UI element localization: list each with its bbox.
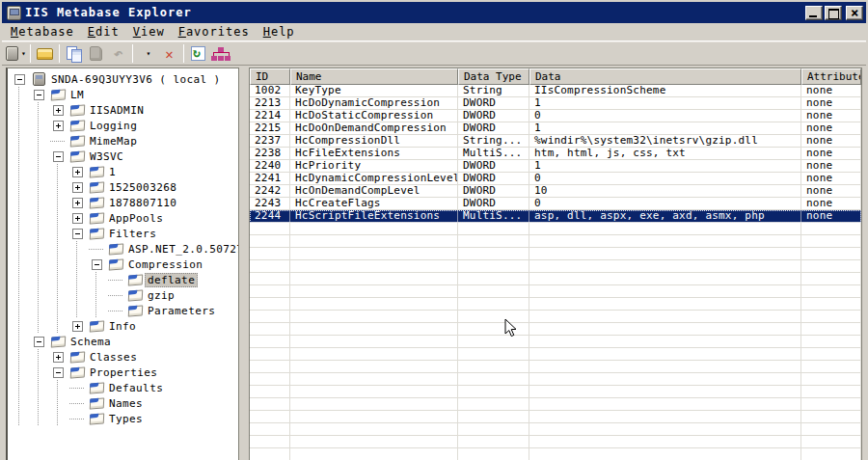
expand-icon[interactable] bbox=[48, 118, 68, 133]
column-header-data-type[interactable]: Data Type bbox=[458, 68, 529, 85]
column-header-data[interactable]: Data bbox=[529, 68, 801, 85]
table-row[interactable]: 2244HcScriptFileExtensionsMultiS...asp, … bbox=[250, 210, 861, 223]
tree-item-label[interactable]: Info bbox=[106, 319, 139, 334]
tree-item[interactable]: Filters bbox=[8, 226, 238, 241]
expander-box[interactable] bbox=[72, 321, 83, 332]
table-row[interactable] bbox=[250, 448, 861, 460]
tree-item[interactable]: LM bbox=[8, 87, 238, 102]
tree-item[interactable]: Parameters bbox=[8, 303, 238, 318]
table-row[interactable] bbox=[250, 323, 861, 336]
column-header-id[interactable]: ID bbox=[250, 68, 290, 85]
menu-item-help[interactable]: Help bbox=[257, 24, 302, 40]
expander-box[interactable] bbox=[53, 105, 64, 116]
tree-item[interactable]: IISADMIN bbox=[8, 102, 238, 118]
tree-item-label[interactable]: Defaults bbox=[106, 381, 166, 395]
tree-item-label[interactable]: LM bbox=[68, 88, 87, 102]
table-row[interactable]: 1002KeyTypeStringIIsCompressionSchemenon… bbox=[250, 85, 861, 97]
table-row[interactable] bbox=[250, 273, 861, 285]
expand-icon[interactable] bbox=[68, 210, 87, 226]
tree-item[interactable]: Classes bbox=[8, 349, 238, 365]
delete-button[interactable] bbox=[158, 43, 180, 65]
menu-item-edit[interactable]: Edit bbox=[81, 24, 126, 40]
table-row[interactable]: 2241HcDynamicCompressionLevelDWORD0none bbox=[250, 173, 861, 185]
collapse-icon[interactable] bbox=[87, 257, 106, 272]
tree-item[interactable]: 1525003268 bbox=[8, 179, 238, 195]
expand-icon[interactable] bbox=[48, 349, 68, 365]
tree-item[interactable]: Types bbox=[8, 411, 238, 426]
expander-box[interactable] bbox=[14, 74, 25, 85]
menu-item-view[interactable]: View bbox=[126, 24, 172, 40]
menu-item-favorites[interactable]: Favorites bbox=[172, 24, 257, 40]
tree-item-label[interactable]: Properties bbox=[87, 365, 160, 380]
tree-item-label[interactable]: Logging bbox=[87, 119, 140, 133]
table-row[interactable] bbox=[250, 373, 861, 386]
tree-item-label[interactable]: SNDA-69Q3UYY3V6 ( local ) bbox=[48, 72, 224, 87]
tree-item[interactable]: W3SVC bbox=[8, 149, 238, 164]
panel-splitter[interactable] bbox=[239, 68, 249, 460]
table-row[interactable] bbox=[250, 298, 861, 311]
table-row[interactable]: 2238HcFileExtensionsMultiS...htm, html, … bbox=[250, 148, 861, 160]
tree-item-label[interactable]: gzip bbox=[145, 288, 177, 303]
tree-item[interactable]: gzip bbox=[8, 287, 238, 303]
expander-box[interactable] bbox=[72, 213, 83, 224]
table-row[interactable] bbox=[250, 248, 861, 260]
hierarchy-button[interactable] bbox=[209, 43, 231, 65]
close-button[interactable] bbox=[846, 6, 863, 20]
open-button[interactable] bbox=[34, 43, 56, 65]
table-row[interactable]: 2237HcCompressionDllString...%windir%\sy… bbox=[250, 135, 861, 148]
table-row[interactable]: 2214HcDoStaticCompressionDWORD0none bbox=[250, 110, 861, 122]
collapse-icon[interactable] bbox=[48, 365, 68, 380]
expand-icon[interactable] bbox=[68, 179, 87, 195]
tree-item-label[interactable]: 1 bbox=[106, 165, 119, 179]
expander-box[interactable] bbox=[53, 121, 64, 131]
tree-item[interactable]: Names bbox=[8, 395, 238, 411]
table-row[interactable] bbox=[250, 336, 861, 348]
expander-box[interactable] bbox=[53, 367, 64, 378]
collapse-icon[interactable] bbox=[29, 87, 48, 102]
table-row[interactable] bbox=[250, 423, 861, 436]
column-header-attributes[interactable]: Attributes bbox=[801, 68, 861, 85]
tree-item-label[interactable]: Classes bbox=[87, 350, 140, 365]
collapse-icon[interactable] bbox=[48, 149, 68, 164]
tree-item[interactable]: Info bbox=[8, 318, 238, 334]
tree-item[interactable]: SNDA-69Q3UYY3V6 ( local ) bbox=[8, 71, 238, 87]
minimize-button[interactable] bbox=[805, 6, 823, 20]
expander-box[interactable] bbox=[72, 182, 83, 193]
expander-box[interactable] bbox=[72, 198, 83, 208]
tree-item-label[interactable]: 1878807110 bbox=[106, 196, 179, 210]
collapse-icon[interactable] bbox=[68, 226, 87, 241]
tree-item-label[interactable]: Compression bbox=[125, 257, 205, 272]
tree-item-label[interactable]: deflate bbox=[145, 273, 198, 287]
column-header-name[interactable]: Name bbox=[290, 68, 458, 85]
table-row[interactable]: 2215HcDoOnDemandCompressionDWORD1none bbox=[250, 122, 861, 135]
expander-box[interactable] bbox=[72, 167, 83, 177]
expand-icon[interactable] bbox=[68, 164, 87, 179]
table-row[interactable] bbox=[250, 311, 861, 323]
expander-box[interactable] bbox=[34, 90, 44, 100]
table-row[interactable] bbox=[250, 235, 861, 248]
table-row[interactable]: 2242HcOnDemandCompLevelDWORD10none bbox=[250, 185, 861, 198]
tree-item[interactable]: Schema bbox=[8, 334, 238, 349]
expander-box[interactable] bbox=[34, 337, 44, 347]
dropdown-arrow-icon[interactable]: ▾ bbox=[147, 49, 151, 58]
table-row[interactable] bbox=[250, 223, 861, 235]
server-button[interactable]: ▾ bbox=[5, 43, 27, 65]
tree-item[interactable]: Defaults bbox=[8, 380, 238, 395]
expander-box[interactable] bbox=[53, 352, 64, 363]
tree-item-label[interactable]: Parameters bbox=[145, 304, 218, 318]
tree-item[interactable]: 1 bbox=[8, 164, 238, 179]
tree-item[interactable]: AppPools bbox=[8, 210, 238, 226]
tree-item[interactable]: Properties bbox=[8, 365, 238, 380]
tree-item-label[interactable]: 1525003268 bbox=[106, 180, 179, 195]
table-row[interactable]: 2240HcPriorityDWORD1none bbox=[250, 160, 861, 173]
table-row[interactable] bbox=[250, 285, 861, 298]
expander-box[interactable] bbox=[92, 259, 102, 270]
tree-item-label[interactable]: W3SVC bbox=[87, 149, 126, 164]
tree-item-label[interactable]: Types bbox=[106, 412, 146, 426]
table-row[interactable] bbox=[250, 398, 861, 411]
copy-button[interactable] bbox=[63, 43, 85, 65]
new-key-button[interactable]: ▾ bbox=[136, 43, 158, 65]
collapse-icon[interactable] bbox=[10, 71, 29, 87]
table-row[interactable]: 2243HcCreateFlagsDWORD0none bbox=[250, 198, 861, 210]
tree-item-label[interactable]: Filters bbox=[106, 227, 159, 241]
